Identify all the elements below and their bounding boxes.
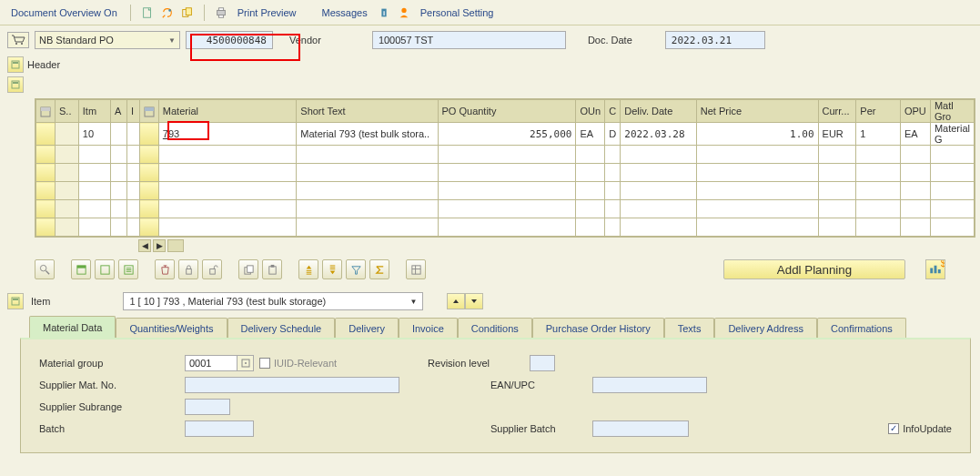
find-button[interactable] <box>35 259 55 279</box>
cell-c[interactable]: D <box>605 123 621 146</box>
col-po-qty[interactable]: PO Quantity <box>438 100 576 123</box>
cell-deliv-date[interactable]: 2022.03.28 <box>621 123 696 146</box>
col-curr[interactable]: Curr... <box>818 100 856 123</box>
create-icon[interactable] <box>140 5 155 20</box>
po-type-dropdown[interactable]: NB Standard PO ▼ <box>35 31 180 49</box>
supplier-mat-no-field[interactable] <box>185 377 399 393</box>
tab-delivery-schedule[interactable]: Delivery Schedule <box>227 318 336 338</box>
tab-texts[interactable]: Texts <box>664 318 715 338</box>
other-po-icon[interactable] <box>180 5 195 20</box>
material-select-icon[interactable] <box>144 106 155 117</box>
cell-status[interactable] <box>56 123 79 146</box>
tab-quantities-weights[interactable]: Quantities/Weights <box>116 318 227 338</box>
col-status[interactable]: S.. <box>56 100 79 123</box>
material-group-field[interactable]: 0001 <box>185 355 237 371</box>
addl-planning-button[interactable]: Addl Planning <box>723 259 905 279</box>
cell-po-qty[interactable]: 255,000 <box>438 123 576 146</box>
table-row[interactable] <box>36 218 975 237</box>
personal-settings-icon[interactable] <box>397 5 411 20</box>
default-values-button[interactable]: $ <box>925 259 945 279</box>
tab-delivery[interactable]: Delivery <box>335 318 399 338</box>
delete-button[interactable] <box>155 259 175 279</box>
header-label: Header <box>27 59 60 70</box>
table-row[interactable] <box>36 200 975 218</box>
info-icon[interactable]: i <box>377 5 391 20</box>
cell-material-btn[interactable] <box>139 123 158 146</box>
supplier-subrange-field[interactable] <box>185 399 230 415</box>
vendor-field[interactable]: 100057 TST <box>372 31 566 49</box>
col-matl-gro[interactable]: Matl Gro <box>930 100 974 123</box>
cell-net-price[interactable]: 1.00 <box>696 123 818 146</box>
table-row[interactable]: 10 793 Material 793 (test bulk stora.. 2… <box>36 123 975 146</box>
tab-delivery-address[interactable]: Delivery Address <box>714 318 817 338</box>
cell-oun[interactable]: EA <box>576 123 605 146</box>
tab-invoice[interactable]: Invoice <box>399 318 458 338</box>
supplier-batch-field[interactable] <box>592 420 689 437</box>
col-opu[interactable]: OPU <box>900 100 930 123</box>
cell-curr[interactable]: EUR <box>818 123 856 146</box>
col-itm[interactable]: Itm <box>78 100 110 123</box>
row-selector[interactable] <box>36 123 56 146</box>
prev-item-button[interactable] <box>447 293 465 309</box>
scroll-left-button[interactable]: ◀ <box>138 239 151 252</box>
print-preview-button[interactable]: Print Preview <box>234 5 300 20</box>
messages-button[interactable]: Messages <box>318 5 371 20</box>
cell-short-text[interactable]: Material 793 (test bulk stora.. <box>297 123 438 146</box>
cell-i[interactable] <box>126 123 139 146</box>
tab-po-history[interactable]: Purchase Order History <box>532 318 664 338</box>
cell-itm[interactable]: 10 <box>78 123 110 146</box>
cell-opu[interactable]: EA <box>900 123 930 146</box>
detail-button[interactable] <box>118 259 138 279</box>
item-select-dropdown[interactable]: 1 [ 10 ] 793 , Material 793 (test bulk s… <box>123 292 423 310</box>
layout-button[interactable] <box>406 259 426 279</box>
cell-per[interactable]: 1 <box>856 123 901 146</box>
deselect-all-button[interactable] <box>95 259 115 279</box>
col-i[interactable]: I <box>126 100 139 123</box>
doc-date-field[interactable]: 2022.03.21 <box>665 31 765 49</box>
scroll-track[interactable] <box>167 239 184 252</box>
sort-asc-button[interactable] <box>298 259 318 279</box>
print-preview-icon[interactable] <box>214 5 228 20</box>
material-group-search-help[interactable] <box>237 355 254 371</box>
col-deliv-date[interactable]: Deliv. Date <box>621 100 696 123</box>
col-material[interactable]: Material <box>158 100 296 123</box>
scroll-right-button[interactable]: ▶ <box>153 239 166 252</box>
filter-button[interactable] <box>346 259 366 279</box>
copy-button[interactable] <box>238 259 258 279</box>
display-change-icon[interactable] <box>160 5 175 20</box>
batch-field[interactable] <box>185 420 254 437</box>
personal-setting-button[interactable]: Personal Setting <box>417 5 498 20</box>
col-a[interactable]: A <box>111 100 127 123</box>
tab-conditions[interactable]: Conditions <box>458 318 532 338</box>
col-net-price[interactable]: Net Price <box>696 100 818 123</box>
col-short-text[interactable]: Short Text <box>297 100 438 123</box>
lock-button[interactable] <box>178 259 198 279</box>
table-row[interactable] <box>36 146 975 164</box>
tab-confirmations[interactable]: Confirmations <box>817 318 906 338</box>
iuid-relevant-checkbox[interactable]: IUID-Relevant <box>259 358 337 369</box>
expand-header-button[interactable] <box>7 56 24 73</box>
select-all-icon[interactable] <box>40 106 51 117</box>
paste-button[interactable] <box>262 259 282 279</box>
cell-a[interactable] <box>111 123 127 146</box>
next-item-button[interactable] <box>465 293 483 309</box>
expand-item-overview-button[interactable] <box>7 76 24 93</box>
tab-material-data[interactable]: Material Data <box>29 316 116 338</box>
info-update-checkbox[interactable]: InfoUpdate <box>888 423 952 434</box>
cell-matl-gro[interactable]: Material G <box>930 123 974 146</box>
select-all-button[interactable] <box>71 259 91 279</box>
col-per[interactable]: Per <box>856 100 901 123</box>
ean-upc-field[interactable] <box>592 377 707 393</box>
collapse-item-detail-button[interactable] <box>7 293 24 309</box>
sort-desc-button[interactable] <box>322 259 342 279</box>
table-row[interactable] <box>36 164 975 182</box>
unlock-button[interactable] <box>202 259 222 279</box>
po-number-field[interactable]: 4500000848 <box>186 31 273 49</box>
sum-button[interactable] <box>369 259 389 279</box>
cell-material[interactable]: 793 <box>158 123 296 146</box>
revision-level-field[interactable] <box>530 355 555 371</box>
table-row[interactable] <box>36 182 975 200</box>
doc-overview-toggle[interactable]: Document Overview On <box>7 5 121 20</box>
col-c[interactable]: C <box>605 100 621 123</box>
col-oun[interactable]: OUn <box>576 100 605 123</box>
